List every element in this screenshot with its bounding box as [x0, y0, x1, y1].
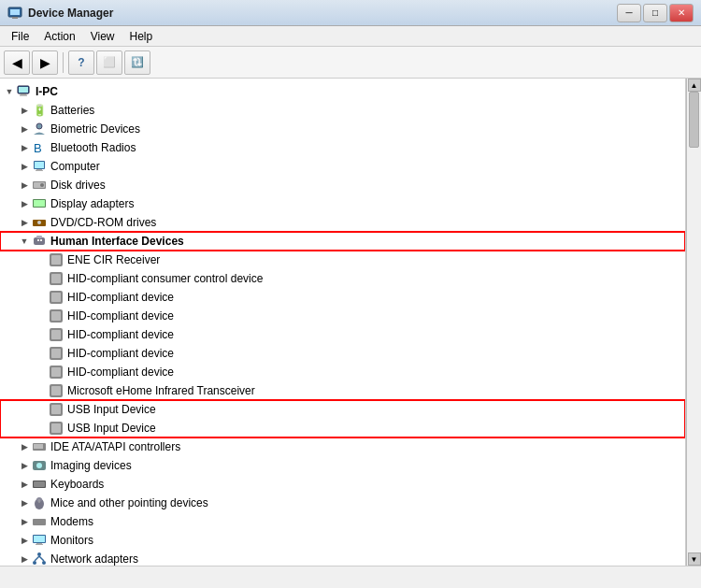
- menu-view[interactable]: View: [83, 28, 122, 45]
- hid-dev1-label: HID-compliant device: [67, 291, 174, 304]
- menu-action[interactable]: Action: [36, 28, 82, 45]
- ehome-label: Microsoft eHome Infrared Transceiver: [67, 384, 255, 397]
- bluetooth-icon: Β: [32, 140, 47, 155]
- expand-bluetooth[interactable]: ▶: [17, 140, 32, 155]
- tree-item-batteries[interactable]: ▶ 🔋 Batteries: [0, 101, 685, 120]
- scroll-up-button[interactable]: ▲: [688, 79, 701, 92]
- hid-dev3-icon: [49, 327, 64, 342]
- hid-dev2-label: HID-compliant device: [67, 309, 174, 323]
- svg-text:Β: Β: [34, 141, 42, 155]
- expand-network[interactable]: ▶: [17, 552, 32, 566]
- expand-imaging[interactable]: ▶: [17, 458, 32, 473]
- expand-computer[interactable]: ▶: [17, 159, 32, 174]
- svg-rect-57: [36, 544, 43, 545]
- menu-file[interactable]: File: [4, 28, 36, 45]
- svg-rect-1: [10, 9, 20, 15]
- minimize-button[interactable]: ─: [617, 4, 641, 22]
- svg-point-47: [36, 463, 42, 468]
- hid-dev2-icon: [49, 308, 64, 323]
- tree-item-hid-dev1[interactable]: ▶ HID-compliant device: [0, 288, 685, 307]
- tree-item-network[interactable]: ▶ Network adapters: [0, 550, 685, 566]
- svg-rect-17: [34, 200, 45, 207]
- tree-item-modems[interactable]: ▶ Modems: [0, 512, 685, 531]
- device-tree-panel[interactable]: ▼ I-PC ▶ 🔋 Batteries ▶ Biometric: [0, 79, 686, 566]
- tree-item-usb-input-2[interactable]: ▶ USB Input Device: [0, 419, 685, 437]
- keyboards-label: Keyboards: [50, 478, 104, 491]
- expand-biometric[interactable]: ▶: [17, 122, 32, 136]
- scrollbar[interactable]: ▲ ▼: [686, 79, 701, 566]
- ide-icon: [32, 439, 47, 454]
- expand-disk[interactable]: ▶: [17, 178, 32, 193]
- tree-item-hid-dev3[interactable]: ▶ HID-compliant device: [0, 325, 685, 344]
- tree-item-bluetooth[interactable]: ▶ Β Bluetooth Radios: [0, 138, 685, 157]
- svg-rect-2: [12, 17, 18, 19]
- expand-monitors[interactable]: ▶: [17, 533, 32, 548]
- svg-rect-49: [34, 481, 45, 487]
- tree-item-disk[interactable]: ▶ Disk drives: [0, 176, 685, 194]
- svg-rect-43: [51, 423, 61, 433]
- tree-item-biometric[interactable]: ▶ Biometric Devices: [0, 120, 685, 138]
- svg-rect-23: [40, 239, 42, 241]
- tree-item-imaging[interactable]: ▶ Imaging devices: [0, 456, 685, 475]
- scroll-down-button[interactable]: ▼: [688, 552, 701, 566]
- tree-item-mice[interactable]: ▶ Mice and other pointing devices: [0, 494, 685, 512]
- back-button[interactable]: ◀: [4, 50, 30, 75]
- svg-point-58: [37, 552, 41, 556]
- forward-button[interactable]: ▶: [32, 50, 58, 75]
- svg-rect-37: [51, 367, 61, 377]
- tree-item-keyboards[interactable]: ▶ Keyboards: [0, 475, 685, 494]
- network-label: Network adapters: [50, 552, 138, 566]
- help-button[interactable]: ?: [68, 50, 94, 75]
- computer-icon2: [32, 159, 47, 174]
- tree-item-usb-input-1[interactable]: ▶ USB Input Device: [0, 400, 685, 419]
- menu-help[interactable]: Help: [122, 28, 161, 45]
- tree-item-ene[interactable]: ▶ ENE CIR Receiver: [0, 251, 685, 269]
- expand-ide[interactable]: ▶: [17, 439, 32, 454]
- svg-line-61: [35, 556, 39, 561]
- svg-rect-12: [36, 170, 43, 171]
- hid-dev4-label: HID-compliant device: [67, 347, 174, 360]
- tree-item-dvd[interactable]: ▶ DVD/CD-ROM drives: [0, 213, 685, 232]
- hid-consumer-icon: [49, 271, 64, 286]
- tree-item-hid[interactable]: ▼ Human Interface Devices: [0, 232, 685, 251]
- monitors-icon: [32, 533, 47, 548]
- app-icon: [7, 6, 22, 21]
- batteries-label: Batteries: [50, 104, 94, 117]
- tree-item-hid-consumer[interactable]: ▶ HID-compliant consumer control device: [0, 269, 685, 288]
- svg-rect-33: [51, 330, 61, 339]
- tree-item-hid-dev5[interactable]: ▶ HID-compliant device: [0, 363, 685, 381]
- svg-rect-5: [21, 93, 26, 95]
- expand-modems[interactable]: ▶: [17, 514, 32, 529]
- svg-point-60: [42, 561, 46, 565]
- dvd-icon: [32, 215, 47, 230]
- tree-item-microsoft-ehome[interactable]: ▶ Microsoft eHome Infrared Transceiver: [0, 381, 685, 400]
- hid-consumer-label: HID-compliant consumer control device: [67, 272, 263, 285]
- window-controls: ─ □ ✕: [617, 4, 694, 22]
- expand-dvd[interactable]: ▶: [17, 215, 32, 230]
- scroll-track[interactable]: [688, 92, 701, 552]
- expand-display[interactable]: ▶: [17, 196, 32, 211]
- properties-button[interactable]: ⬜: [96, 50, 122, 75]
- tree-item-hid-dev4[interactable]: ▶ HID-compliant device: [0, 344, 685, 363]
- tree-item-display[interactable]: ▶ Display adapters: [0, 194, 685, 213]
- refresh-button[interactable]: 🔃: [124, 50, 150, 75]
- tree-item-computer[interactable]: ▶ Computer: [0, 157, 685, 176]
- svg-rect-29: [51, 293, 61, 302]
- close-button[interactable]: ✕: [669, 4, 694, 22]
- tree-item-root[interactable]: ▼ I-PC: [0, 82, 685, 101]
- expand-mice[interactable]: ▶: [17, 495, 32, 510]
- scroll-thumb[interactable]: [689, 92, 699, 148]
- expand-icon[interactable]: ▼: [2, 84, 17, 99]
- expand-hid[interactable]: ▼: [17, 234, 32, 249]
- tree-item-monitors[interactable]: ▶ Monitors: [0, 531, 685, 550]
- expand-batteries[interactable]: ▶: [17, 103, 32, 118]
- svg-rect-31: [51, 311, 61, 321]
- window-title: Device Manager: [28, 7, 617, 20]
- expand-keyboards[interactable]: ▶: [17, 477, 32, 492]
- tree-item-ide[interactable]: ▶ IDE ATA/ATAPI controllers: [0, 437, 685, 456]
- svg-rect-11: [36, 169, 42, 170]
- modems-label: Modems: [50, 515, 93, 528]
- tree-item-hid-dev2[interactable]: ▶ HID-compliant device: [0, 307, 685, 325]
- maximize-button[interactable]: □: [643, 4, 667, 22]
- svg-point-15: [40, 183, 44, 187]
